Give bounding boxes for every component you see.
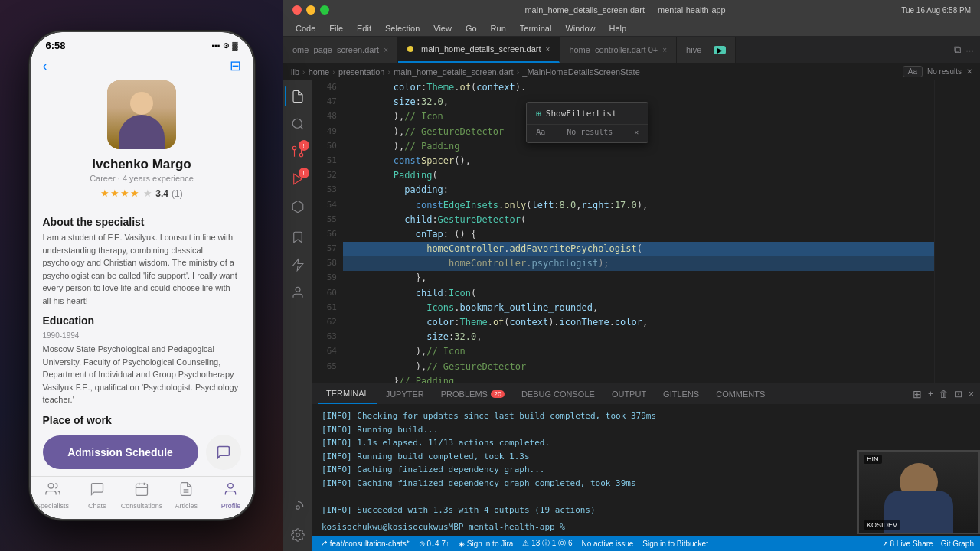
tab-ome-page[interactable]: ome_page_screen.dart × bbox=[283, 37, 398, 63]
avatar bbox=[107, 80, 176, 149]
terminal-maximize-icon[interactable]: ⊡ bbox=[955, 389, 962, 399]
run-button[interactable]: ▶ bbox=[714, 46, 726, 54]
terminal-trash-icon[interactable]: 🗑 bbox=[939, 389, 949, 399]
tab-consultations[interactable]: Consultations bbox=[119, 481, 164, 510]
tab-profile[interactable]: Profile bbox=[208, 481, 253, 510]
issues-status[interactable]: ⚠ 13 ⓘ 1 ⓔ 6 bbox=[522, 538, 572, 549]
git-badge: ! bbox=[299, 140, 309, 151]
git-graph-status[interactable]: Git Graph bbox=[941, 540, 974, 548]
activity-settings[interactable] bbox=[285, 522, 311, 548]
terminal-close-icon[interactable]: × bbox=[969, 389, 974, 399]
tab-chats-label: Chats bbox=[88, 502, 106, 510]
half-star: ★ bbox=[143, 187, 152, 199]
output-tab[interactable]: OUTPUT bbox=[604, 383, 654, 404]
tab-close-active-icon[interactable]: × bbox=[546, 45, 550, 54]
admission-schedule-button[interactable]: Admission Schedule bbox=[43, 435, 198, 469]
back-button[interactable]: ‹ bbox=[43, 58, 47, 74]
close-window-button[interactable] bbox=[292, 5, 302, 15]
activity-search[interactable] bbox=[285, 111, 311, 137]
specialist-name: Ivchenko Margo bbox=[92, 157, 191, 172]
activity-lightning[interactable] bbox=[285, 252, 311, 278]
sync-status[interactable]: ⊙ 0↓4 7↑ bbox=[419, 540, 449, 548]
tab-home-controller[interactable]: home_controller.dart 0+ × bbox=[560, 37, 677, 63]
menu-file[interactable]: File bbox=[323, 22, 349, 34]
bookmark-button[interactable]: ⊟ bbox=[230, 57, 241, 74]
search-popup-label[interactable]: Aa bbox=[903, 66, 923, 77]
live-share-status[interactable]: ↗ 8 Live Share bbox=[882, 540, 933, 548]
autocomplete-popup: ⊞ShowFilterList Aa No results ✕ bbox=[526, 102, 648, 144]
active-issue[interactable]: No active issue bbox=[582, 540, 634, 548]
tab-chats[interactable]: Chats bbox=[75, 481, 119, 510]
rating-count: (1) bbox=[172, 188, 183, 199]
code-line-63: size: 32.0, bbox=[343, 330, 934, 344]
tabs-spacer bbox=[736, 37, 948, 63]
tab-profile-label: Profile bbox=[221, 502, 241, 510]
search-close[interactable]: ✕ bbox=[966, 67, 972, 76]
tab-specialists[interactable]: Specialists bbox=[31, 481, 75, 510]
jira-status[interactable]: ◈ Sign in to Jira bbox=[459, 540, 513, 548]
menu-view[interactable]: View bbox=[427, 22, 458, 34]
bottom-actions: Admission Schedule bbox=[31, 427, 253, 476]
phone-panel: 6:58 ▪▪▪ ⊙ ▓ ‹ ⊟ Ivchenko Margo Career ·… bbox=[0, 0, 283, 551]
terminal-split-icon[interactable]: ⊞ bbox=[913, 388, 922, 400]
split-editor-icon[interactable]: ⧉ bbox=[954, 44, 961, 56]
chat-button[interactable] bbox=[206, 435, 241, 470]
debug-console-tab[interactable]: DEBUG CONSOLE bbox=[514, 383, 603, 404]
profile-section: Ivchenko Margo Career · 4 years experien… bbox=[31, 80, 253, 208]
git-icon: ⎇ bbox=[318, 540, 330, 548]
activity-run[interactable]: ! bbox=[285, 166, 311, 192]
activity-accounts[interactable] bbox=[285, 494, 311, 520]
problems-tab[interactable]: PROBLEMS 20 bbox=[433, 383, 512, 404]
git-branch[interactable]: ⎇ feat/consultation-chats* bbox=[318, 540, 410, 548]
menu-run[interactable]: Run bbox=[485, 22, 512, 34]
activity-git[interactable]: ! bbox=[285, 139, 311, 165]
tab-hive[interactable]: hive_ ▶ bbox=[677, 37, 736, 63]
ac-hint: Aa bbox=[536, 126, 545, 139]
bitbucket-status[interactable]: Sign in to Bitbucket bbox=[642, 540, 708, 548]
tab-articles[interactable]: Articles bbox=[164, 481, 208, 510]
menu-code[interactable]: Code bbox=[289, 22, 322, 34]
activity-person[interactable] bbox=[285, 279, 311, 305]
signal-icon: ▪▪▪ bbox=[212, 41, 220, 50]
tab-close-2-icon[interactable]: × bbox=[662, 46, 667, 54]
status-bar-vscode: ⎇ feat/consultation-chats* ⊙ 0↓4 7↑ ◈ Si… bbox=[312, 536, 980, 551]
menu-edit[interactable]: Edit bbox=[351, 22, 377, 34]
ac-close[interactable]: ✕ bbox=[634, 126, 639, 139]
terminal-add-icon[interactable]: + bbox=[928, 389, 933, 399]
code-line-66: } // Padding bbox=[343, 374, 934, 383]
code-editor[interactable]: 4647484950 5152535455 5657585960 6162636… bbox=[312, 80, 980, 383]
ac-item[interactable]: ⊞ShowFilterList bbox=[527, 105, 648, 123]
term-prompt: kosisochukwu@kosisocukwusMBP mental-heal… bbox=[322, 522, 565, 532]
specialists-icon bbox=[45, 481, 60, 500]
menu-help[interactable]: Help bbox=[603, 22, 633, 34]
minimize-window-button[interactable] bbox=[306, 5, 315, 15]
tab-close-icon[interactable]: × bbox=[384, 46, 388, 54]
comments-tab[interactable]: COMMENTS bbox=[708, 383, 773, 404]
activity-bookmark[interactable] bbox=[285, 224, 311, 250]
tab-label-2: home_controller.dart 0+ bbox=[569, 45, 658, 54]
tab-label-active: main_home_details_screen.dart bbox=[421, 44, 541, 54]
menu-go[interactable]: Go bbox=[459, 22, 483, 34]
tab-main-home[interactable]: main_home_details_screen.dart × bbox=[398, 37, 560, 63]
gitlens-tab[interactable]: GITLENS bbox=[655, 383, 707, 404]
terminal-tab[interactable]: TERMINAL bbox=[318, 383, 377, 404]
run-badge: ! bbox=[299, 168, 309, 178]
activity-extensions[interactable] bbox=[285, 194, 311, 220]
code-area[interactable]: 4647484950 5152535455 5657585960 6162636… bbox=[312, 80, 980, 383]
menu-selection[interactable]: Selection bbox=[379, 22, 426, 34]
activity-explorer[interactable] bbox=[285, 83, 311, 109]
rating-row: ★★★★ ★ 3.4 (1) bbox=[100, 187, 182, 199]
breadcrumb-lib: lib bbox=[291, 67, 299, 77]
code-line-64: ), // Icon bbox=[343, 344, 934, 359]
code-line-52: Padding( bbox=[343, 168, 934, 183]
tab-label-3: hive_ bbox=[686, 45, 706, 54]
content-scroll[interactable]: About the specialist I am a student of F… bbox=[31, 208, 253, 427]
maximize-window-button[interactable] bbox=[320, 5, 329, 15]
jupyter-tab[interactable]: JUPYTER bbox=[378, 383, 432, 404]
menu-terminal[interactable]: Terminal bbox=[514, 22, 558, 34]
svg-point-15 bbox=[296, 287, 300, 292]
menu-window[interactable]: Window bbox=[559, 22, 601, 34]
code-line-55: child: GestureDetector( bbox=[343, 213, 934, 227]
code-content[interactable]: color: Theme.of(context). ⊞ShowFilterLis… bbox=[343, 80, 934, 383]
more-actions-icon[interactable]: ··· bbox=[965, 44, 974, 56]
